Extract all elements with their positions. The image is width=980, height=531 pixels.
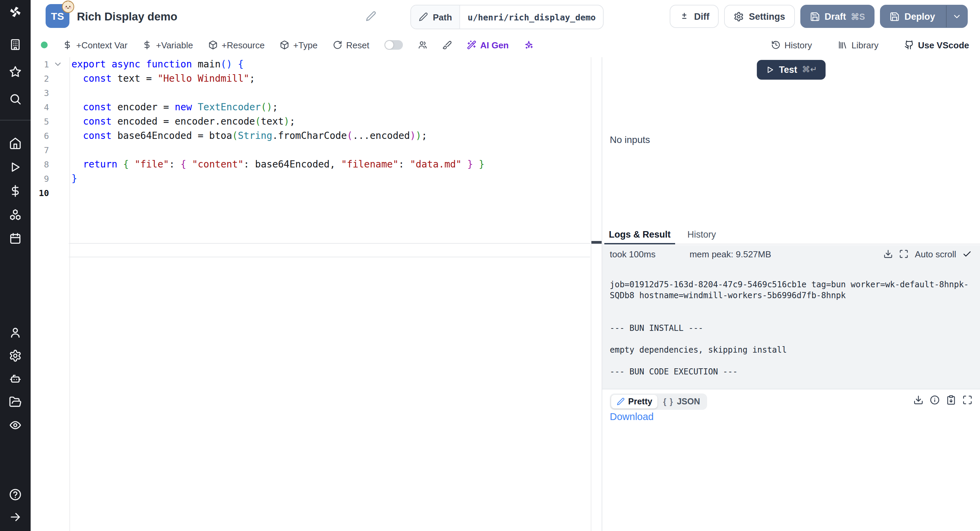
user-icon[interactable] — [9, 326, 22, 339]
format-code-button[interactable] — [442, 40, 452, 50]
fold-chevron-icon[interactable] — [53, 59, 63, 69]
tab-history[interactable]: History — [677, 225, 726, 244]
line-number: 9 — [30, 172, 49, 186]
schedules-icon[interactable] — [9, 232, 22, 245]
add-type-button[interactable]: +Type — [280, 40, 318, 50]
help-icon[interactable] — [9, 488, 22, 501]
variables-icon[interactable] — [9, 185, 22, 198]
auto-scroll-label[interactable]: Auto scroll — [915, 249, 956, 259]
path-field[interactable]: Path u/henri/rich_display_demo — [410, 5, 604, 29]
add-context-var-label: +Context Var — [76, 40, 127, 50]
result-actions — [913, 395, 972, 405]
library-button[interactable]: Library — [838, 40, 878, 50]
resources-icon[interactable] — [9, 208, 22, 221]
favorites-icon[interactable] — [9, 65, 22, 78]
history-button[interactable]: History — [771, 40, 812, 50]
line-number: 6 — [30, 129, 49, 143]
sidebar-divider — [0, 120, 30, 121]
draft-shortcut: ⌘S — [851, 11, 865, 21]
code-line — [72, 86, 591, 100]
ai-sparkles-button[interactable] — [524, 40, 533, 50]
code-line: const base64Encoded = btoa(String.fromCh… — [72, 129, 591, 143]
folders-icon[interactable] — [9, 395, 22, 408]
tab-logs-result[interactable]: Logs & Result — [602, 225, 677, 244]
audit-logs-icon[interactable] — [9, 419, 22, 432]
package-icon — [280, 40, 289, 50]
result-view-switcher: Pretty { } JSON — [610, 394, 707, 410]
reset-button[interactable]: Reset — [332, 40, 369, 50]
gutter-guide-line — [69, 57, 70, 531]
expand-logs-icon[interactable] — [899, 249, 909, 259]
collaborators-button[interactable] — [417, 40, 427, 50]
json-view-button[interactable]: { } JSON — [658, 395, 705, 408]
windmill-logo-icon[interactable] — [9, 5, 22, 18]
search-icon[interactable] — [9, 92, 22, 105]
check-icon[interactable] — [962, 249, 972, 259]
download-logs-icon[interactable] — [884, 249, 893, 259]
download-result-icon[interactable] — [913, 395, 924, 405]
code-line — [72, 186, 591, 200]
diff-button[interactable]: Diff — [670, 5, 719, 28]
deploy-button[interactable]: Deploy — [880, 5, 968, 28]
toolbar-right: History Library Use VScode — [771, 40, 980, 50]
draft-button[interactable]: Draft ⌘S — [800, 5, 875, 28]
language-badge: TS — [46, 4, 69, 28]
test-button[interactable]: Test ⌘↵ — [756, 59, 826, 79]
library-icon — [838, 40, 847, 50]
dollar-icon — [143, 40, 152, 50]
result-section: Pretty { } JSON Download — [602, 389, 980, 531]
add-variable-label: +Variable — [156, 40, 193, 50]
expand-result-icon[interactable] — [962, 395, 972, 405]
download-file-link[interactable]: Download — [610, 411, 654, 422]
code-editor[interactable]: 12345678910 export async function main()… — [30, 57, 601, 531]
pretty-view-button[interactable]: Pretty — [611, 395, 658, 408]
workers-icon[interactable] — [9, 372, 22, 385]
bun-runtime-icon — [60, 0, 76, 14]
toolbar-left: +Context Var +Variable +Resource +Type R… — [30, 40, 533, 50]
expand-sidebar-icon[interactable] — [9, 510, 22, 523]
workspace-icon[interactable] — [9, 38, 22, 51]
run-duration: took 100ms — [610, 249, 655, 259]
code-line: } — [72, 172, 591, 186]
add-context-var-button[interactable]: +Context Var — [63, 40, 127, 50]
settings-button[interactable]: Settings — [724, 5, 795, 28]
diff-mode-toggle[interactable] — [384, 40, 402, 50]
toggle-knob — [385, 41, 393, 49]
deploy-save-icon — [889, 11, 900, 21]
home-icon[interactable] — [9, 137, 22, 150]
line-number: 4 — [30, 100, 49, 114]
page-title: Rich Display demo — [77, 0, 177, 33]
save-draft-icon — [810, 11, 820, 21]
code-line: return { "file": { "content": base64Enco… — [72, 157, 591, 172]
add-resource-button[interactable]: +Resource — [208, 40, 264, 50]
deploy-label: Deploy — [904, 11, 935, 21]
add-variable-button[interactable]: +Variable — [143, 40, 193, 50]
history-icon — [771, 40, 780, 50]
json-label: JSON — [677, 397, 700, 407]
copy-result-icon[interactable] — [946, 395, 956, 405]
settings-icon[interactable] — [9, 349, 22, 362]
ai-gen-button[interactable]: AI Gen — [466, 40, 509, 50]
path-value[interactable]: u/henri/rich_display_demo — [460, 5, 603, 29]
test-shortcut: ⌘↵ — [802, 65, 817, 74]
users-icon — [417, 40, 427, 50]
code-content[interactable]: export async function main() { const tex… — [72, 57, 591, 200]
line-number: 2 — [30, 72, 49, 86]
windmill-script-editor: TS Rich Display demo Path u/henri/ — [0, 0, 980, 531]
pretty-label: Pretty — [628, 397, 652, 407]
draft-label: Draft — [824, 11, 846, 21]
deploy-menu-button[interactable] — [946, 5, 967, 27]
line-number: 5 — [30, 114, 49, 129]
use-vscode-button[interactable]: Use VScode — [904, 40, 969, 50]
sparkles-icon — [524, 40, 533, 50]
line-number: 8 — [30, 157, 49, 172]
edit-title-icon[interactable] — [366, 11, 376, 22]
use-vscode-label: Use VScode — [918, 40, 969, 50]
run-stats-bar: took 100ms mem peak: 9.527MB Auto scroll — [602, 245, 980, 263]
reset-label: Reset — [346, 40, 369, 50]
edit-path-icon — [418, 12, 428, 22]
runs-icon[interactable] — [9, 161, 22, 174]
header: TS Rich Display demo Path u/henri/ — [30, 0, 980, 33]
header-actions: Diff Settings Draft ⌘S Deploy — [670, 5, 968, 28]
info-icon[interactable] — [930, 395, 940, 405]
